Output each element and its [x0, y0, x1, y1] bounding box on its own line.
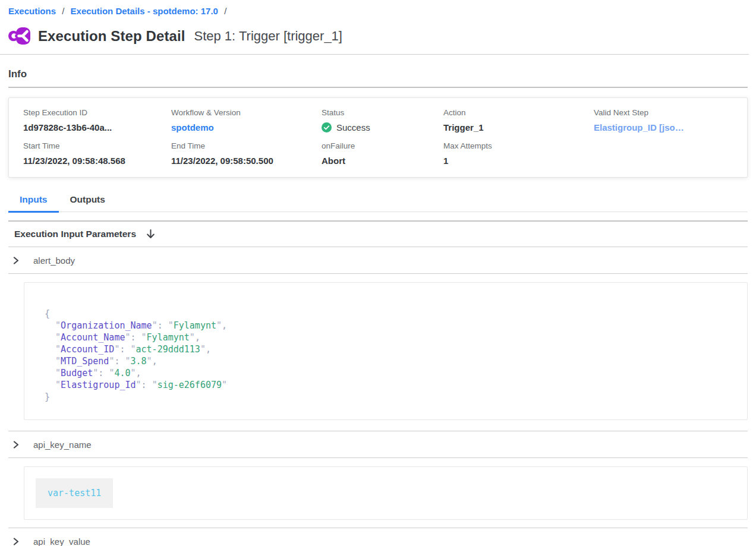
- fylamynt-logo-icon: [8, 27, 30, 45]
- section-divider: [8, 273, 748, 274]
- tab-bar: Inputs Outputs: [8, 189, 748, 212]
- field-label: Status: [322, 108, 443, 117]
- field-label: Step Execution ID: [23, 108, 171, 117]
- info-card: Step Execution ID 1d97828c-13b6-40a... W…: [8, 97, 748, 178]
- field-label: Action: [443, 108, 594, 117]
- execution-input-parameters-header: Execution Input Parameters: [8, 222, 748, 247]
- field-action: Action Trigger_1: [443, 108, 594, 132]
- json-code: { "Organization_Name": "Fylamynt", "Acco…: [45, 308, 729, 403]
- tab-inputs[interactable]: Inputs: [8, 189, 59, 213]
- info-heading-divider: [8, 87, 748, 88]
- field-status: Status Success: [322, 108, 443, 132]
- field-label: Max Attempts: [443, 141, 594, 150]
- field-step-execution-id: Step Execution ID 1d97828c-13b6-40a...: [23, 108, 171, 132]
- section-divider: [8, 457, 748, 458]
- field-label: End Time: [171, 141, 322, 150]
- breadcrumb-separator: /: [62, 6, 64, 16]
- status-text: Success: [336, 122, 370, 132]
- info-section-heading: Info: [8, 68, 748, 80]
- status-badge: Success: [322, 122, 443, 132]
- chevron-right-icon: [12, 257, 20, 264]
- next-step-link[interactable]: Elastigroup_ID [jso…: [594, 122, 747, 132]
- field-value: 1: [443, 156, 594, 166]
- param-name: api_key_value: [33, 536, 90, 546]
- workflow-link[interactable]: spotdemo: [171, 122, 322, 132]
- breadcrumb-separator: /: [224, 6, 226, 16]
- breadcrumb: Executions / Execution Details - spotdem…: [8, 0, 748, 17]
- breadcrumb-link-executions[interactable]: Executions: [8, 6, 56, 16]
- param-row-alert-body[interactable]: alert_body: [8, 247, 748, 273]
- field-label: onFailure: [322, 141, 443, 150]
- field-label: Valid Next Step: [594, 108, 747, 117]
- page-title: Execution Step Detail: [38, 28, 185, 45]
- param-row-api-key-value[interactable]: api_key_value: [8, 528, 748, 546]
- api-key-name-value: var-test11: [36, 478, 113, 508]
- field-label: Workflow & Version: [171, 108, 322, 117]
- field-empty: [594, 141, 747, 166]
- breadcrumb-link-execution-details[interactable]: Execution Details - spotdemo: 17.0: [71, 6, 218, 16]
- field-max-attempts: Max Attempts 1: [443, 141, 594, 166]
- field-start-time: Start Time 11/23/2022, 09:58:48.568: [23, 141, 171, 166]
- field-value: Abort: [322, 156, 443, 166]
- field-label: Start Time: [23, 141, 171, 150]
- field-value: 11/23/2022, 09:58:48.568: [23, 156, 171, 166]
- field-value: 1d97828c-13b6-40a...: [23, 122, 171, 132]
- info-grid: Step Execution ID 1d97828c-13b6-40a... W…: [23, 108, 747, 166]
- param-row-api-key-name[interactable]: api_key_name: [8, 431, 748, 457]
- execution-step-detail-page: Executions / Execution Details - spotdem…: [0, 0, 756, 546]
- success-check-icon: [322, 122, 332, 132]
- field-value: 11/23/2022, 09:58:50.500: [171, 156, 322, 166]
- field-end-time: End Time 11/23/2022, 09:58:50.500: [171, 141, 322, 166]
- arrow-down-icon[interactable]: [146, 229, 155, 239]
- page-header: Execution Step Detail Step 1: Trigger [t…: [8, 27, 748, 45]
- page-subtitle: Step 1: Trigger [trigger_1]: [194, 29, 342, 44]
- execution-input-parameters-heading: Execution Input Parameters: [14, 229, 136, 239]
- api-key-name-value-panel: var-test11: [24, 466, 748, 520]
- param-name: api_key_name: [33, 440, 92, 450]
- header-divider: [0, 54, 749, 55]
- field-on-failure: onFailure Abort: [322, 141, 443, 166]
- chevron-right-icon: [12, 538, 20, 545]
- chevron-right-icon: [12, 441, 20, 449]
- field-workflow-version: Workflow & Version spotdemo: [171, 108, 322, 132]
- field-valid-next-step: Valid Next Step Elastigroup_ID [jso…: [594, 108, 747, 132]
- param-name: alert_body: [33, 255, 75, 266]
- tab-outputs[interactable]: Outputs: [59, 189, 116, 212]
- field-value: Trigger_1: [443, 122, 594, 132]
- alert-body-json-panel: { "Organization_Name": "Fylamynt", "Acco…: [24, 282, 748, 420]
